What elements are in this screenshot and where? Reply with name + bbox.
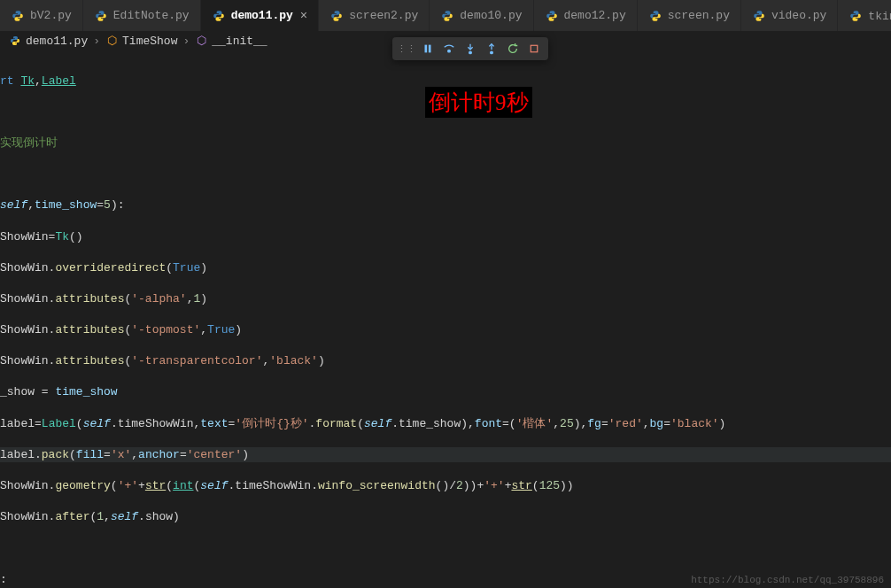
tab-bar: bV2.py EditNote.py demo11.py × screen2.p…	[0, 0, 891, 31]
code-line: self,time_show=5):	[0, 197, 891, 213]
code-line: ShowWin.after(1,self.show)	[0, 509, 891, 525]
code-line: 实现倒计时	[0, 135, 891, 151]
code-editor[interactable]: rt Tk,Label 实现倒计时 self,time_show=5): Sho…	[0, 50, 891, 588]
python-icon	[648, 9, 662, 23]
tab-tkinter[interactable]: tkinter实现的画图.py	[838, 0, 891, 31]
tab-label: EditNote.py	[113, 9, 190, 22]
python-icon	[752, 9, 766, 23]
code-line: label=Label(self.timeShowWin,text='倒计时{}…	[0, 416, 891, 432]
python-icon	[440, 9, 454, 23]
tab-demo10[interactable]: demo10.py	[430, 0, 533, 31]
python-icon	[11, 9, 25, 23]
close-icon[interactable]: ×	[300, 9, 307, 23]
chevron-right-icon: ›	[182, 35, 190, 48]
tab-label: demo10.py	[460, 9, 522, 22]
code-line: ShowWin.overrideredirect(True)	[0, 260, 891, 276]
python-icon	[329, 9, 344, 23]
tab-screen[interactable]: screen.py	[638, 0, 741, 31]
code-line: ShowWin.attributes('-transparentcolor','…	[0, 353, 891, 369]
tab-editnote[interactable]: EditNote.py	[83, 0, 201, 31]
code-line: _show = time_show	[0, 384, 891, 400]
watermark-text: https://blog.csdn.net/qq_39758896	[691, 575, 884, 585]
class-symbol-icon: ⬡	[105, 35, 118, 47]
tab-label: screen.py	[668, 9, 730, 22]
tab-bv2[interactable]: bV2.py	[0, 0, 83, 31]
python-icon	[212, 9, 226, 23]
tab-screen2[interactable]: screen2.py	[319, 0, 430, 31]
code-line: rt Tk,Label	[0, 74, 891, 89]
tab-label: tkinter实现的画图.py	[868, 8, 891, 24]
breadcrumb-class: TimeShow	[122, 35, 177, 48]
code-line: ShowWin.attributes('-topmost',True)	[0, 322, 891, 338]
tab-demo11[interactable]: demo11.py ×	[201, 0, 320, 31]
breadcrumb-file: demo11.py	[26, 35, 88, 48]
tab-demo12[interactable]: demo12.py	[534, 0, 638, 31]
tab-label: demo11.py	[231, 9, 293, 22]
python-icon	[545, 9, 559, 23]
tab-label: bV2.py	[30, 9, 72, 22]
python-icon	[9, 35, 21, 47]
tab-label: demo12.py	[564, 9, 626, 22]
tab-video[interactable]: video.py	[741, 0, 838, 31]
code-line: ShowWin.geometry('+'+str(int(self.timeSh…	[0, 478, 891, 494]
python-icon	[94, 9, 108, 23]
code-line: ShowWin=Tk()	[0, 229, 891, 245]
python-icon	[848, 9, 863, 23]
code-line: ShowWin.attributes('-alpha',1)	[0, 291, 891, 307]
tab-label: screen2.py	[349, 9, 418, 22]
code-line-current: label.pack(fill='x',anchor='center')	[0, 447, 891, 463]
tab-label: video.py	[771, 9, 826, 22]
chevron-right-icon: ›	[93, 35, 100, 48]
breadcrumb-method: __init__	[212, 35, 267, 48]
method-symbol-icon: ⬡	[195, 35, 207, 47]
